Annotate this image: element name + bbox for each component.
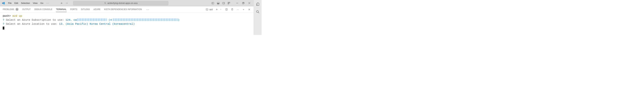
terminal-icon	[206, 8, 209, 11]
command-center[interactable]: azdevfying-dotnet-apps-on-aca	[73, 1, 168, 5]
svg-rect-1	[212, 2, 214, 4]
title-bar: File Edit Selection View Go ··· azdevfyi…	[0, 0, 254, 6]
customize-layout-icon[interactable]	[227, 1, 231, 5]
secondary-activity-bar	[254, 0, 262, 35]
svg-point-0	[104, 2, 106, 3]
tab-kiota-label: KIOTA DEPENDENCIES INFORMATION	[104, 8, 142, 10]
panel-tabs: PROBLEMS 5 OUTPUT DEBUG CONSOLE TERMINAL…	[0, 6, 254, 13]
menu-selection[interactable]: Selection	[20, 1, 31, 5]
terminal-shell-label: azd	[210, 8, 213, 11]
redacted-subscription-name	[77, 18, 107, 21]
svg-rect-6	[229, 2, 230, 3]
nav-back-icon[interactable]	[60, 1, 64, 5]
menu-go[interactable]: Go	[39, 1, 44, 5]
plus-icon	[215, 8, 218, 11]
problems-badge: 5	[16, 8, 18, 11]
panel-tab-overflow-icon[interactable]: ···	[146, 8, 150, 11]
tab-kiota[interactable]: KIOTA DEPENDENCIES INFORMATION	[104, 7, 142, 12]
terminal-actions: azd ···	[206, 8, 251, 11]
restore-icon[interactable]	[240, 1, 246, 6]
close-window-icon[interactable]	[246, 1, 252, 6]
tab-debug-console-label: DEBUG CONSOLE	[34, 8, 52, 10]
subscription-id-open: (4	[108, 18, 112, 21]
layout-sidebar-right-icon[interactable]	[222, 1, 226, 5]
search-icon	[104, 2, 106, 4]
tab-problems-label: PROBLEMS	[3, 8, 14, 10]
svg-point-11	[256, 10, 258, 12]
tab-output-label: OUTPUT	[22, 8, 31, 10]
subscription-answer-prefix: 124. ca	[66, 18, 77, 21]
minimize-icon[interactable]	[234, 1, 240, 6]
svg-rect-9	[206, 9, 208, 10]
menu-view[interactable]: View	[32, 1, 39, 5]
terminal-shell-selector[interactable]: azd	[206, 8, 213, 11]
prompt-question-1: Select an Azure Subscription to use:	[6, 18, 64, 21]
tab-gitlens[interactable]: GITLENS	[81, 7, 90, 12]
cursor-icon	[3, 27, 4, 30]
split-terminal-icon[interactable]	[225, 8, 228, 11]
prompt-marker-icon: ?	[3, 18, 4, 21]
menu-overflow-icon[interactable]: ···	[45, 2, 51, 5]
tab-azure-label: AZURE	[94, 8, 100, 10]
svg-rect-4	[222, 2, 224, 4]
layout-panel-icon[interactable]	[216, 1, 220, 5]
files-icon[interactable]	[256, 2, 260, 6]
terminal-command: azd up	[12, 14, 22, 17]
close-panel-icon[interactable]	[248, 8, 251, 11]
tab-terminal[interactable]: TERMINAL	[56, 7, 66, 12]
tab-debug-console[interactable]: DEBUG CONSOLE	[34, 7, 52, 12]
vscode-logo-icon	[2, 1, 5, 5]
chevron-down-panel-icon[interactable]	[242, 8, 245, 11]
tab-ports[interactable]: PORTS	[70, 7, 77, 12]
menu-bar: File Edit Selection View Go ···	[7, 1, 51, 5]
tab-ports-label: PORTS	[70, 8, 77, 10]
subscription-id-close: )	[178, 18, 180, 21]
tab-problems[interactable]: PROBLEMS 5	[3, 6, 18, 12]
menu-file[interactable]: File	[7, 1, 13, 5]
trash-icon[interactable]	[230, 8, 234, 11]
redacted-subscription-id	[112, 18, 178, 21]
terminal-prompt: pwsh>	[3, 14, 11, 17]
terminal-output[interactable]: pwsh> azd up ? Select an Azure Subscript…	[0, 13, 254, 35]
svg-rect-7	[228, 3, 229, 4]
svg-rect-5	[228, 2, 229, 3]
tab-gitlens-label: GITLENS	[81, 8, 90, 10]
tab-terminal-label: TERMINAL	[56, 8, 66, 10]
svg-rect-3	[217, 3, 219, 4]
location-answer: 13. (Asia Pacific) Korea Central (koreac…	[59, 22, 135, 25]
menu-edit[interactable]: Edit	[13, 1, 20, 5]
prompt-marker-icon: ?	[3, 22, 4, 25]
new-terminal-button[interactable]	[215, 8, 222, 11]
nav-forward-icon[interactable]	[65, 1, 68, 5]
tab-azure[interactable]: AZURE	[94, 7, 100, 12]
tab-output[interactable]: OUTPUT	[22, 7, 31, 12]
svg-rect-8	[242, 3, 244, 4]
chevron-down-icon	[219, 8, 222, 11]
search-rail-icon[interactable]	[256, 10, 260, 14]
window-controls	[234, 1, 252, 6]
nav-arrows	[60, 1, 68, 5]
command-center-text: azdevfying-dotnet-apps-on-aca	[108, 2, 138, 4]
prompt-question-2: Select an Azure location to use:	[6, 22, 57, 25]
layout-sidebar-left-icon[interactable]	[211, 1, 215, 5]
title-bar-right	[211, 1, 252, 6]
more-actions-icon[interactable]: ···	[236, 8, 240, 11]
